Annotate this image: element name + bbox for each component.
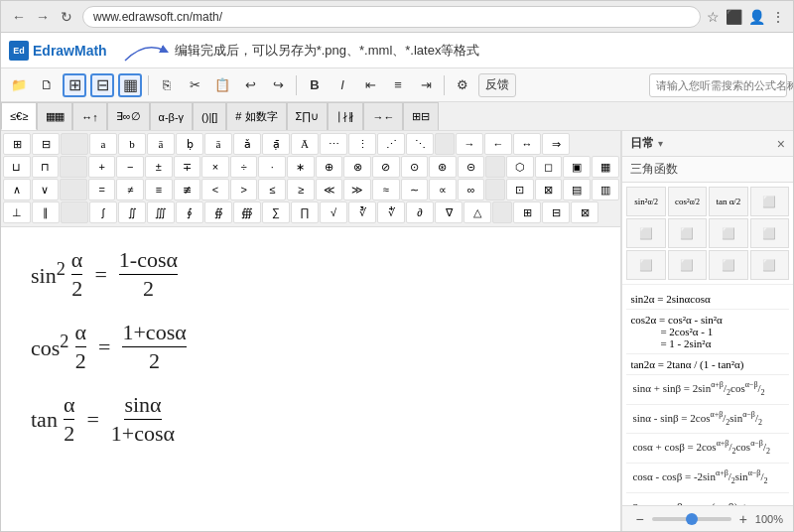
panel-formula-cossum[interactable]: cosα + cosβ = 2cosα+β/2cosα−β/2 xyxy=(626,434,789,464)
sym-r3c6[interactable]: ≢ xyxy=(174,179,201,200)
sym-r2c14[interactable]: ⊙ xyxy=(401,156,429,178)
sym-template2[interactable]: ⊟ xyxy=(32,133,60,155)
sym-r2c9[interactable]: · xyxy=(258,156,286,178)
zoom-plus-button[interactable]: + xyxy=(739,511,747,527)
sym-r3right3[interactable]: ▤ xyxy=(563,179,591,200)
sym-r4c6[interactable]: ∮ xyxy=(176,201,203,223)
sym-r3c16[interactable]: ∞ xyxy=(458,179,485,200)
sym-r2right2[interactable]: ◻ xyxy=(535,156,563,178)
sym-tab-matrix[interactable]: ▦▦ xyxy=(37,102,72,130)
mini-cell-cos2[interactable]: cos² α/2 xyxy=(668,187,707,216)
sym-right3[interactable]: ↔ xyxy=(513,133,541,155)
settings-button[interactable]: ⚙ xyxy=(451,73,474,97)
panel-formula-sindiff[interactable]: sinα - sinβ = 2cosα+β/2sinα−β/2 xyxy=(626,405,789,435)
new-button[interactable]: 🗋 xyxy=(35,73,59,97)
mini-cell-6[interactable]: ⬜ xyxy=(668,218,707,248)
sym-template[interactable]: ⊞ xyxy=(3,133,31,155)
mini-cell-5[interactable]: ⬜ xyxy=(626,218,665,248)
sym-tab-num[interactable]: # 如数字 xyxy=(226,102,286,130)
sym-tab-frac[interactable]: ∣∤∦ xyxy=(328,102,363,130)
panel-formula-tan2a[interactable]: tan2α = 2tanα / (1 - tan²α) xyxy=(626,354,789,375)
sym-tab-arrows2[interactable]: →← xyxy=(363,102,403,130)
sym-r2c16[interactable]: ⊝ xyxy=(458,156,485,178)
folder-button[interactable]: 📁 xyxy=(7,73,31,97)
italic-button[interactable]: I xyxy=(331,73,354,97)
sym-c5[interactable]: ā xyxy=(204,133,232,155)
sym-c8[interactable]: Ā xyxy=(291,133,319,155)
sym-r4c5[interactable]: ∭ xyxy=(147,201,175,223)
zoom-minus-button[interactable]: − xyxy=(635,511,643,527)
sym-tab-greek[interactable]: α-β-γ xyxy=(150,102,194,130)
template-button2[interactable]: ⊟ xyxy=(90,73,114,97)
sym-c11[interactable]: ⋰ xyxy=(377,133,405,155)
sym-r3c5[interactable]: ≡ xyxy=(145,179,173,200)
template-button3[interactable]: ▦ xyxy=(118,73,142,97)
sym-r3c3[interactable]: = xyxy=(88,179,116,200)
panel-dropdown-icon[interactable]: ▾ xyxy=(658,138,663,149)
sym-r2c2[interactable]: ⊓ xyxy=(32,156,60,178)
sym-r2c7[interactable]: × xyxy=(201,156,229,178)
mini-cell-11[interactable]: ⬜ xyxy=(709,250,747,280)
sym-r4c14[interactable]: ∂ xyxy=(406,201,434,223)
sym-r2right3[interactable]: ▣ xyxy=(563,156,591,178)
sym-r4c10[interactable]: ∏ xyxy=(291,201,319,223)
sym-r2right4[interactable]: ▦ xyxy=(592,156,619,178)
mini-cell-sin2[interactable]: sin² α/2 xyxy=(626,187,665,216)
sym-r3c11[interactable]: ≪ xyxy=(316,179,343,200)
panel-close-button[interactable]: × xyxy=(777,136,785,152)
sym-r2right1[interactable]: ⬡ xyxy=(506,156,534,178)
sym-tab-expand[interactable]: ⊞⊟ xyxy=(403,102,439,130)
sym-r2c8[interactable]: ÷ xyxy=(230,156,258,178)
align-left-button[interactable]: ⇤ xyxy=(358,73,382,97)
align-center-button[interactable]: ≡ xyxy=(386,73,410,97)
undo-button[interactable]: ↩ xyxy=(238,73,262,97)
sym-r2c6[interactable]: ∓ xyxy=(174,156,201,178)
sym-r2c15[interactable]: ⊛ xyxy=(429,156,457,178)
cut-button[interactable]: ✂ xyxy=(183,73,206,97)
sym-right2[interactable]: ← xyxy=(484,133,512,155)
sym-r3right2[interactable]: ⊠ xyxy=(535,179,563,200)
sym-r4c2[interactable]: ∥ xyxy=(32,201,60,223)
panel-formula-2coscos[interactable]: 2cosαcosβ = cos(α−β) + cos(α+β) xyxy=(626,493,789,505)
sym-c9[interactable]: ⋯ xyxy=(320,133,347,155)
sym-r4c7[interactable]: ∯ xyxy=(204,201,232,223)
sym-tab-basic[interactable]: ≤€≥ xyxy=(1,102,37,130)
sym-tab-ops[interactable]: Σ∏∪ xyxy=(287,102,329,130)
sym-r2c5[interactable]: ± xyxy=(145,156,173,178)
sym-tab-misc[interactable]: ()|[] xyxy=(193,102,226,130)
sym-r3c14[interactable]: ∼ xyxy=(401,179,429,200)
sym-right4[interactable]: ⇒ xyxy=(542,133,570,155)
panel-formula-sin2a[interactable]: sin2α = 2sinαcosα xyxy=(626,289,789,310)
sym-r3c1[interactable]: ∧ xyxy=(3,179,31,200)
sym-r3c12[interactable]: ≫ xyxy=(343,179,371,200)
zoom-slider[interactable] xyxy=(652,517,731,521)
bold-button[interactable]: B xyxy=(303,73,327,97)
sym-r4c12[interactable]: ∛ xyxy=(348,201,376,223)
url-bar[interactable]: www.edrawsoft.cn/math/ xyxy=(82,6,701,28)
sym-c10[interactable]: ⋮ xyxy=(348,133,376,155)
sym-tab-arrow[interactable]: ↔↑ xyxy=(72,102,107,130)
account-icon[interactable]: 👤 xyxy=(748,9,765,25)
canvas-area[interactable]: sin2 α 2 = 1-cosα xyxy=(1,227,620,531)
redo-button[interactable]: ↪ xyxy=(266,73,290,97)
sym-r2c11[interactable]: ⊕ xyxy=(316,156,343,178)
forward-button[interactable]: → xyxy=(33,7,53,27)
sym-r4c13[interactable]: ∜ xyxy=(377,201,405,223)
sym-r3c7[interactable]: < xyxy=(201,179,229,200)
sym-r4c4[interactable]: ∬ xyxy=(118,201,146,223)
mini-cell-9[interactable]: ⬜ xyxy=(626,250,665,280)
search-input[interactable] xyxy=(656,79,793,91)
mini-cell-4[interactable]: ⬜ xyxy=(750,187,789,216)
sym-r2c1[interactable]: ⊔ xyxy=(3,156,31,178)
sym-r4c1[interactable]: ⊥ xyxy=(3,201,31,223)
mini-cell-10[interactable]: ⬜ xyxy=(668,250,707,280)
paste-button[interactable]: 📋 xyxy=(210,73,234,97)
sym-r4right2[interactable]: ⊟ xyxy=(542,201,570,223)
sym-r3c8[interactable]: > xyxy=(230,179,258,200)
sym-r4c3[interactable]: ∫ xyxy=(89,201,117,223)
sym-r2c12[interactable]: ⊗ xyxy=(343,156,371,178)
mini-cell-12[interactable]: ⬜ xyxy=(750,250,789,280)
sym-r4c11[interactable]: √ xyxy=(320,201,347,223)
copy-button[interactable]: ⎘ xyxy=(155,73,179,97)
align-right-button[interactable]: ⇥ xyxy=(414,73,438,97)
